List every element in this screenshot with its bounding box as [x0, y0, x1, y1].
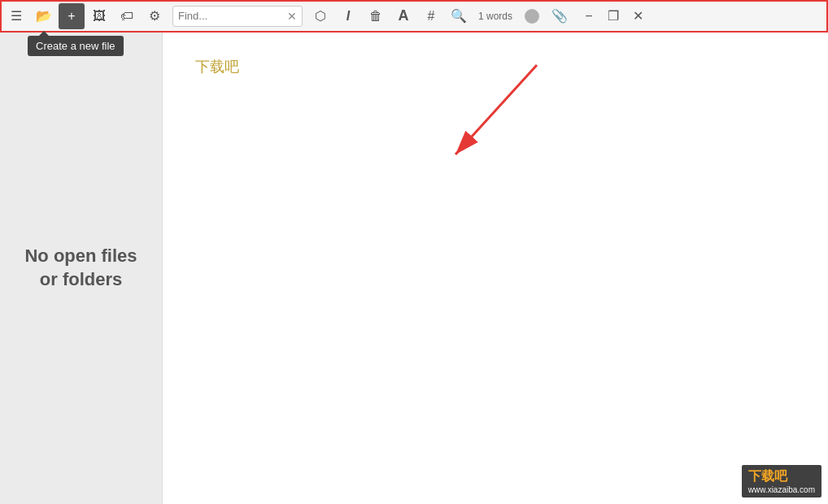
- circle-icon: [525, 9, 539, 24]
- delete-button[interactable]: 🗑: [363, 3, 389, 29]
- restore-button[interactable]: ❐: [602, 5, 625, 28]
- plus-icon: +: [68, 9, 75, 24]
- hamburger-icon: ☰: [11, 8, 22, 24]
- window-controls: − ❐ ✕: [577, 5, 649, 28]
- watermark-text: 下载吧: [748, 468, 815, 485]
- close-icon: ✕: [633, 8, 643, 24]
- close-button[interactable]: ✕: [626, 5, 649, 28]
- hashtag-button[interactable]: #: [418, 3, 444, 29]
- paperclip-icon: 📎: [551, 8, 568, 24]
- font-icon: A: [399, 7, 409, 24]
- trash-icon: 🗑: [369, 9, 382, 24]
- hamburger-button[interactable]: ☰: [3, 3, 29, 29]
- hashtag-icon: #: [428, 9, 435, 24]
- word-count: 1 words: [473, 11, 517, 22]
- sidebar: No open filesor folders: [0, 33, 163, 504]
- search2-button[interactable]: 🔍: [446, 3, 472, 29]
- editor-content: 下载吧: [195, 57, 795, 76]
- svg-line-1: [455, 65, 537, 154]
- annotation-arrow: [439, 57, 699, 219]
- watermark-url: www.xiazaiba.com: [748, 485, 815, 494]
- sidebar-empty-message: No open filesor folders: [8, 228, 153, 307]
- tag-icon: 🏷: [120, 9, 133, 24]
- new-file-button[interactable]: +: [59, 3, 85, 29]
- folder-icon: 📂: [36, 8, 52, 24]
- font-button[interactable]: A: [390, 3, 416, 29]
- gear-icon: ⚙: [149, 8, 160, 24]
- main-layout: No open filesor folders 下载吧: [0, 33, 828, 504]
- settings-button[interactable]: ⚙: [142, 3, 168, 29]
- italic-button[interactable]: I: [335, 3, 361, 29]
- magnify-icon: 🔍: [451, 8, 467, 24]
- restore-icon: ❐: [608, 8, 619, 24]
- search-close-icon[interactable]: ✕: [287, 10, 297, 23]
- attach-button[interactable]: 📎: [547, 3, 573, 29]
- image-button[interactable]: 🖼: [86, 3, 112, 29]
- toolbar: ☰ 📂 + 🖼 🏷 ⚙ ✕ ⬡ I 🗑 A # 🔍 1 words 📎: [0, 0, 828, 33]
- tag-button[interactable]: 🏷: [114, 3, 140, 29]
- open-folder-button[interactable]: 📂: [31, 3, 57, 29]
- search-input[interactable]: [178, 10, 284, 22]
- editor-area[interactable]: 下载吧: [163, 33, 828, 504]
- search-box: ✕: [172, 6, 303, 27]
- watermark: 下载吧 www.xiazaiba.com: [742, 465, 821, 497]
- image-icon: 🖼: [93, 9, 106, 24]
- minimize-button[interactable]: −: [577, 5, 600, 28]
- share-icon: ⬡: [315, 8, 326, 24]
- italic-icon: I: [346, 9, 350, 24]
- minimize-icon: −: [585, 9, 592, 24]
- circle-button[interactable]: [519, 3, 545, 29]
- share-button[interactable]: ⬡: [307, 3, 333, 29]
